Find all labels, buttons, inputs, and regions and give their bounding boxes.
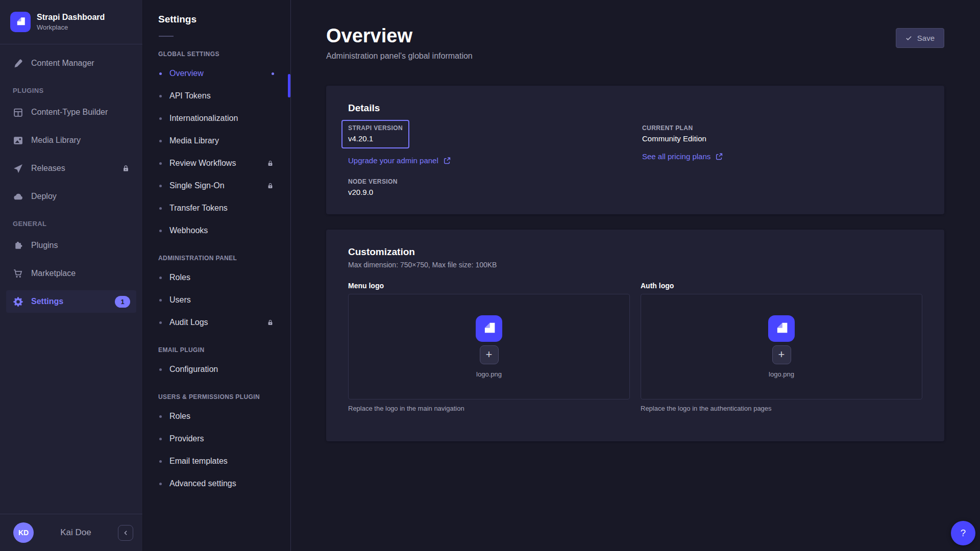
settings-item-label: Advanced settings — [169, 479, 236, 488]
settings-item-label: Users — [169, 295, 191, 305]
settings-item-advanced-settings[interactable]: Advanced settings — [149, 473, 284, 494]
settings-item-providers[interactable]: Providers — [149, 429, 284, 449]
auth-logo-caption: Replace the logo in the authentication p… — [641, 405, 922, 412]
node-version-label: NODE VERSION — [348, 178, 642, 185]
sidebar-item-label: Plugins — [31, 241, 58, 250]
settings-item-review-workflows[interactable]: Review Workflows — [149, 153, 284, 173]
external-link-icon — [715, 153, 723, 160]
page-title: Overview — [326, 26, 473, 47]
settings-item-label: Review Workflows — [169, 159, 236, 168]
settings-item-webhooks[interactable]: Webhooks — [149, 220, 284, 241]
settings-nav-scrollbar[interactable] — [288, 74, 290, 97]
menu-logo-field: Menu logo + logo.png Replace the logo in… — [348, 282, 630, 412]
menu-logo-upload[interactable]: + logo.png — [348, 294, 630, 399]
settings-item-label: Configuration — [169, 365, 218, 374]
bullet-icon — [159, 117, 162, 120]
app-title: Strapi Dashboard — [37, 13, 105, 22]
sidebar-item-deploy[interactable]: Deploy — [6, 185, 136, 208]
strapi-version-highlight: STRAPI VERSION v4.20.1 — [341, 120, 409, 148]
pricing-link-label: See all pricing plans — [642, 152, 710, 161]
bullet-icon — [159, 140, 162, 142]
sidebar-item-label: Settings — [31, 297, 63, 306]
bullet-icon — [159, 483, 162, 485]
bullet-icon — [159, 415, 162, 418]
settings-section-users-permissions: USERS & PERMISSIONS PLUGIN — [143, 393, 290, 400]
avatar[interactable]: KD — [13, 522, 34, 543]
strapi-logo-preview — [476, 315, 502, 342]
cloud-icon — [13, 191, 23, 202]
add-menu-logo-button[interactable]: + — [480, 345, 499, 364]
strapi-logo-icon — [10, 12, 31, 32]
settings-item-up-roles[interactable]: Roles — [149, 406, 284, 427]
sidebar-item-settings[interactable]: Settings 1 — [6, 290, 136, 313]
settings-item-label: Roles — [169, 273, 190, 282]
add-auth-logo-button[interactable]: + — [772, 345, 791, 364]
bullet-icon — [159, 207, 162, 210]
settings-item-users[interactable]: Users — [149, 290, 284, 310]
auth-logo-filename: logo.png — [769, 370, 794, 378]
sidebar-item-label: Content-Type Builder — [31, 108, 108, 117]
sidebar-item-media-library[interactable]: Media Library — [6, 129, 136, 152]
sidebar-item-releases[interactable]: Releases — [6, 157, 136, 180]
pricing-plans-link[interactable]: See all pricing plans — [642, 152, 723, 161]
user-name: Kai Doe — [34, 528, 118, 538]
sidebar-item-content-manager[interactable]: Content Manager — [6, 52, 136, 74]
settings-item-label: Providers — [169, 434, 204, 443]
bullet-icon — [159, 95, 162, 97]
sidebar-item-marketplace[interactable]: Marketplace — [6, 262, 136, 285]
settings-item-audit-logs[interactable]: Audit Logs — [149, 312, 284, 333]
settings-item-transfer-tokens[interactable]: Transfer Tokens — [149, 198, 284, 218]
puzzle-icon — [13, 240, 23, 251]
save-button[interactable]: Save — [896, 28, 944, 48]
bullet-icon — [159, 368, 162, 371]
strapi-logo-preview — [768, 315, 795, 342]
settings-title: Settings — [143, 0, 290, 25]
lock-icon — [266, 160, 274, 167]
sidebar-item-label: Marketplace — [31, 269, 76, 278]
help-button[interactable]: ? — [951, 521, 975, 545]
notifications-badge: 1 — [115, 296, 130, 308]
upgrade-admin-panel-link[interactable]: Upgrade your admin panel — [348, 156, 451, 165]
bullet-icon — [159, 438, 162, 440]
strapi-version-value: v4.20.1 — [348, 134, 403, 143]
settings-section-global: GLOBAL SETTINGS — [143, 51, 290, 58]
details-right-column: CURRENT PLAN Community Edition See all p… — [642, 114, 922, 196]
lock-icon — [121, 164, 130, 173]
bullet-icon — [159, 185, 162, 187]
current-plan-label: CURRENT PLAN — [642, 124, 922, 132]
external-link-icon — [443, 157, 451, 164]
menu-logo-caption: Replace the logo in the main navigation — [348, 405, 630, 412]
bullet-icon — [159, 230, 162, 232]
image-icon — [13, 135, 23, 146]
sidebar-item-label: Content Manager — [31, 59, 94, 68]
customization-constraints: Max dimension: 750×750, Max file size: 1… — [348, 261, 922, 269]
settings-item-label: Roles — [169, 412, 190, 421]
sidebar-item-plugins[interactable]: Plugins — [6, 234, 136, 257]
page-subtitle: Administration panel's global informatio… — [326, 52, 473, 61]
details-card: Details STRAPI VERSION v4.20.1 Upgrade y… — [326, 86, 944, 214]
menu-logo-filename: logo.png — [476, 370, 502, 378]
settings-item-single-sign-on[interactable]: Single Sign-On — [149, 176, 284, 196]
settings-item-label: Internationalization — [169, 114, 238, 123]
settings-item-media-library[interactable]: Media Library — [149, 131, 284, 151]
sidebar-item-label: Deploy — [31, 192, 57, 201]
settings-item-api-tokens[interactable]: API Tokens — [149, 86, 284, 106]
workspace-header[interactable]: Strapi Dashboard Workplace — [0, 0, 142, 44]
collapse-sidebar-button[interactable] — [118, 525, 133, 541]
cart-icon — [13, 268, 23, 279]
settings-item-overview[interactable]: Overview — [149, 63, 284, 84]
sidebar-item-content-type-builder[interactable]: Content-Type Builder — [6, 101, 136, 123]
grid-icon — [13, 107, 23, 118]
settings-item-email-templates[interactable]: Email templates — [149, 451, 284, 471]
menu-logo-label: Menu logo — [348, 282, 630, 290]
settings-section-admin-panel: ADMINISTRATION PANEL — [143, 255, 290, 262]
auth-logo-upload[interactable]: + logo.png — [641, 294, 922, 399]
settings-item-configuration[interactable]: Configuration — [149, 359, 284, 380]
check-icon — [905, 35, 912, 41]
settings-item-internationalization[interactable]: Internationalization — [149, 108, 284, 129]
settings-subnav: Settings GLOBAL SETTINGS Overview API To… — [143, 0, 291, 551]
settings-item-admin-roles[interactable]: Roles — [149, 267, 284, 288]
user-profile[interactable]: KD Kai Doe — [0, 514, 142, 551]
settings-item-label: Webhooks — [169, 226, 208, 235]
app-sidebar: Strapi Dashboard Workplace Content Manag… — [0, 0, 143, 551]
